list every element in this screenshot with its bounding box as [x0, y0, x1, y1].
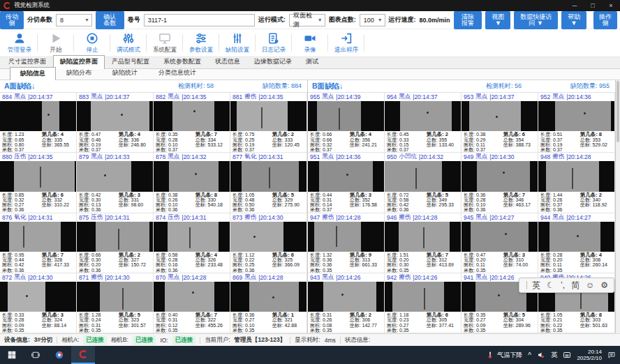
defect-cell-948[interactable]: 948擦伤|20:14:28长度: 1.44宽度: 0.26面积: 0.37米数… — [538, 153, 615, 213]
defect-cell-878[interactable]: 878黑点|20:14:32长度: 0.38宽度: 0.26面积: 0.10米数… — [154, 153, 230, 213]
defect-thumbnail[interactable] — [538, 101, 614, 131]
defect-thumbnail[interactable] — [462, 161, 538, 191]
ime-lang-en[interactable]: 英 — [532, 280, 540, 291]
task-view-button[interactable] — [24, 346, 47, 364]
main-tab-5[interactable]: 边缘数据记录 — [247, 55, 299, 68]
defect-cell-947[interactable]: 947擦伤|20:14:28长度: 1.32宽度: 0.36面积: 0.36米数… — [308, 213, 385, 273]
toolbar-button-tune[interactable]: 调试模式 — [110, 29, 147, 56]
start-button[interactable] — [0, 346, 24, 364]
defect-cell-877[interactable]: 877氧化|20:14:31长度: 1.05宽度: 0.48面积: 0.50米数… — [230, 153, 307, 213]
defect-cell-955[interactable]: 955黑点|20:14:39长度: 0.66宽度: 0.66面积: 0.32米数… — [308, 93, 385, 153]
defect-cell-879[interactable]: 879黑点|20:14:33长度: 0.42宽度: 0.30面积: 0.13米数… — [77, 153, 154, 213]
defect-thumbnail[interactable] — [0, 101, 76, 131]
defect-thumbnail[interactable] — [385, 282, 461, 312]
defect-thumbnail[interactable] — [154, 282, 230, 312]
defect-cell-950[interactable]: 950小凹坑|20:14:32长度: 0.72宽度: 0.58面积: 0.42米… — [385, 153, 462, 213]
defect-thumbnail[interactable] — [230, 222, 307, 252]
defect-cell-870[interactable]: 870黑点|20:14:28长度: 0.40宽度: 0.31面积: 0.12米数… — [154, 273, 230, 333]
taskbar-app-inspection[interactable] — [71, 346, 95, 364]
language-indicator[interactable]: 英 — [551, 351, 558, 360]
toolbar-button-user[interactable]: 管理登录 — [1, 29, 38, 56]
operator-side-button[interactable]: 操作侧 — [593, 11, 617, 29]
defect-thumbnail[interactable] — [154, 222, 230, 252]
ime-settings-gear-icon[interactable]: ⚙ — [600, 280, 608, 290]
defect-thumbnail[interactable] — [0, 282, 76, 312]
defect-cell-946[interactable]: 946擦伤|20:14:28长度: 1.51宽度: 0.20面积: 0.30米数… — [385, 213, 462, 273]
main-tab-4[interactable]: 状态信息 — [208, 55, 247, 68]
toolbar-button-monitor[interactable]: 系统配置 — [147, 29, 183, 56]
defect-thumbnail[interactable] — [77, 282, 153, 312]
defect-cell-882[interactable]: 882黑点|20:14:35长度: 0.35宽度: 0.28面积: 0.10米数… — [154, 93, 230, 153]
sub-tab-3[interactable]: 分类信息统计 — [148, 66, 207, 79]
scrollbar-thumb[interactable] — [617, 81, 619, 142]
defect-thumbnail[interactable] — [385, 161, 461, 191]
strip-count-select[interactable]: 8▼ — [56, 14, 92, 26]
defect-thumbnail[interactable] — [308, 161, 384, 191]
tray-chevron[interactable]: ^ — [528, 351, 531, 359]
ime-icon[interactable] — [563, 351, 571, 359]
chart-points-select[interactable]: 100▼ — [360, 14, 385, 26]
defect-cell-869[interactable]: 869黑点|20:14:28长度: 0.36宽度: 0.27面积: 0.10米数… — [230, 273, 307, 333]
minimize-button[interactable]: ─ — [566, 0, 584, 11]
toolbar-button-play[interactable]: 开始 — [38, 29, 74, 56]
vertical-scrollbar[interactable] — [616, 80, 620, 333]
defect-cell-953[interactable]: 953黑点|20:14:37长度: 0.38宽度: 0.29面积: 0.11米数… — [462, 93, 538, 153]
toolbar-button-doc[interactable]: 日志记录 — [256, 29, 292, 56]
data-quick-access-button[interactable]: 数据快捷访问 ▼ — [514, 11, 558, 29]
sub-tab-0[interactable]: 缺陷信息 — [10, 67, 56, 80]
view-menu-button[interactable]: 视图 ▼ — [485, 11, 510, 29]
defect-cell-881[interactable]: 881擦伤|20:14:35长度: 0.75宽度: 0.25面积: 0.19米数… — [230, 93, 307, 153]
taskbar-app-browser[interactable] — [47, 346, 71, 364]
defect-thumbnail[interactable] — [230, 101, 307, 131]
taskbar-clock[interactable]: 20:14 2025/2/10 — [577, 349, 602, 361]
defect-cell-872[interactable]: 872黑点|20:14:30长度: 0.33宽度: 0.28面积: 0.09米数… — [0, 273, 77, 333]
defect-cell-949[interactable]: 949黑点|20:14:30长度: 0.36宽度: 0.28面积: 0.10米数… — [462, 153, 538, 213]
defect-thumbnail[interactable] — [308, 222, 384, 252]
defect-thumbnail[interactable] — [308, 101, 384, 131]
defect-thumbnail[interactable] — [0, 161, 76, 191]
defect-cell-874[interactable]: 874压伤|20:14:31长度: 0.58宽度: 0.28面积: 0.16米数… — [154, 213, 230, 273]
sub-tab-1[interactable]: 缺陷分布 — [56, 66, 102, 79]
defect-thumbnail[interactable] — [538, 161, 614, 191]
defect-thumbnail[interactable] — [154, 101, 230, 131]
ime-emoji-icon[interactable]: ☺ — [586, 280, 594, 290]
defect-thumbnail[interactable] — [230, 282, 307, 312]
weather-widget[interactable]: 气温下降 — [486, 351, 522, 360]
maximize-button[interactable]: □ — [584, 0, 602, 11]
toolbar-button-camera[interactable]: 录像 — [292, 29, 328, 56]
defect-thumbnail[interactable] — [385, 101, 461, 131]
close-button[interactable]: × — [602, 0, 620, 11]
main-tab-6[interactable]: 测试 — [299, 55, 325, 68]
help-menu-button[interactable]: 帮助 ▼ — [561, 11, 586, 29]
defect-cell-873[interactable]: 873擦伤|20:14:30长度: 1.12宽度: 0.22面积: 0.25米数… — [230, 213, 307, 273]
defect-thumbnail[interactable] — [385, 222, 461, 252]
defect-cell-883[interactable]: 883黑点|20:14:37长度: 0.47宽度: 0.46面积: 0.19米数… — [77, 93, 154, 153]
defect-thumbnail[interactable] — [77, 161, 153, 191]
defect-cell-952[interactable]: 952黑点|20:14:36长度: 0.51宽度: 0.37面积: 0.19米数… — [538, 93, 615, 153]
ime-drag-handle[interactable] — [526, 281, 529, 289]
sub-tab-2[interactable]: 缺陷统计 — [102, 66, 148, 79]
toolbar-button-exit[interactable]: 退出程序 — [328, 29, 364, 56]
defect-cell-944[interactable]: 944黑点|20:14:27长度: 0.28宽度: 0.20面积: 0.11米数… — [538, 213, 615, 273]
defect-cell-871[interactable]: 871擦伤|20:14:30长度: 1.28宽度: 0.24面积: 0.31米数… — [77, 273, 154, 333]
defect-thumbnail[interactable] — [230, 161, 307, 191]
defect-thumbnail[interactable] — [462, 222, 538, 252]
volume-icon[interactable] — [537, 351, 545, 359]
defect-thumbnail[interactable] — [77, 222, 153, 252]
roll-number-input[interactable] — [144, 14, 255, 26]
ime-punctuation-icon[interactable]: ’, — [561, 280, 565, 290]
defect-cell-951[interactable]: 951黑点|20:14:36长度: 0.44宽度: 0.31面积: 0.14米数… — [308, 153, 385, 213]
defect-thumbnail[interactable] — [0, 222, 76, 252]
defect-thumbnail[interactable] — [308, 282, 384, 312]
defect-cell-943[interactable]: 943黑点|20:14:26长度: 0.31宽度: 0.26面积: 0.08米数… — [308, 273, 385, 333]
toolbar-button-sliders-h[interactable]: 参数设置 — [183, 29, 219, 56]
defect-thumbnail[interactable] — [538, 222, 614, 252]
defect-cell-954[interactable]: 954黑点|20:14:37长度: 0.45宽度: 0.33面积: 0.15米数… — [385, 93, 462, 153]
action-center-icon[interactable] — [607, 351, 616, 359]
ime-halfwidth-moon-icon[interactable]: ☾ — [547, 280, 554, 290]
confirm-strips-button[interactable]: 确认条数 — [96, 11, 124, 29]
defect-cell-880[interactable]: 880压伤|20:14:35长度: 0.85宽度: 0.32面积: 0.27米数… — [0, 153, 77, 213]
run-mode-select[interactable]: 双面检测▼ — [289, 14, 325, 26]
defect-cell-884[interactable]: 884黑点|20:14:37长度: 1.23宽度: 0.65面积: 0.80米数… — [0, 93, 77, 153]
defect-cell-876[interactable]: 876氧化|20:14:31长度: 0.95宽度: 0.44面积: 0.42米数… — [0, 213, 77, 273]
